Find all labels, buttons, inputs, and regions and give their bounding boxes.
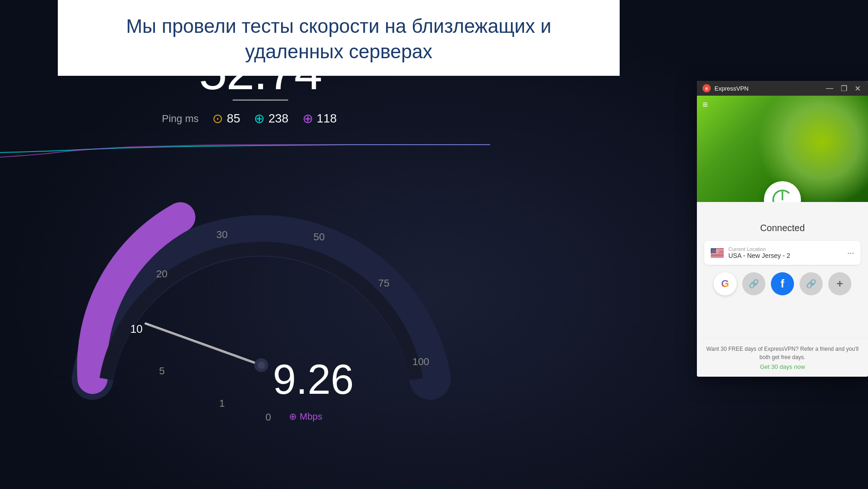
stat1-value: 85 xyxy=(227,111,240,126)
google-icon: G xyxy=(721,278,729,290)
close-button[interactable]: ✕ xyxy=(853,83,862,94)
svg-rect-25 xyxy=(711,255,724,256)
link2-icon: 🔗 xyxy=(806,279,816,289)
facebook-shortcut-button[interactable]: f xyxy=(771,272,794,295)
svg-text:10: 10 xyxy=(130,323,143,335)
ping-row: Ping ms ⊙ 85 ⊕ 238 ⊕ 118 xyxy=(162,111,337,126)
svg-text:75: 75 xyxy=(378,277,389,289)
vpn-titlebar: e ExpressVPN — ❐ ✕ xyxy=(697,81,868,96)
article-overlay: Мы провели тесты скорости на близлежащих… xyxy=(58,0,620,76)
power-button-wrapper xyxy=(764,181,801,202)
link1-icon: 🔗 xyxy=(749,279,759,289)
svg-text:100: 100 xyxy=(412,356,430,367)
promo-text: Want 30 FREE days of ExpressVPN? Refer a… xyxy=(706,345,859,361)
stat3-icon: ⊕ xyxy=(302,111,313,126)
connected-status: Connected xyxy=(697,223,868,233)
promo-link[interactable]: Get 30 days now xyxy=(706,363,859,370)
location-info: Current Location USA - New Jersey - 2 xyxy=(728,246,843,259)
add-shortcut-button[interactable]: + xyxy=(828,272,851,295)
svg-text:50: 50 xyxy=(314,231,325,243)
us-flag: ★★★★★★ ★★★★★ ★★★★★★ ★★★★★ xyxy=(711,248,724,257)
svg-text:30: 30 xyxy=(216,229,228,240)
stat2-value: 238 xyxy=(268,111,288,126)
stat1-icon: ⊙ xyxy=(212,111,223,126)
power-icon xyxy=(771,188,794,202)
svg-point-12 xyxy=(258,361,265,369)
expressvpn-logo: e xyxy=(702,84,711,92)
ping-label: Ping ms xyxy=(162,113,198,125)
current-speed-value: 9.26 xyxy=(273,356,354,403)
mbps-text: Mbps xyxy=(300,411,322,422)
svg-rect-23 xyxy=(711,254,724,255)
app-shortcuts: G 🔗 f 🔗 + xyxy=(704,272,861,295)
speed-divider xyxy=(233,99,288,101)
hamburger-menu-button[interactable]: ≡ xyxy=(702,99,708,110)
article-title: Мы провели тесты скорости на близлежащих… xyxy=(81,14,597,64)
location-label: Current Location xyxy=(728,246,843,252)
svg-text:0: 0 xyxy=(265,411,271,423)
link1-shortcut-button[interactable]: 🔗 xyxy=(742,272,765,295)
svg-rect-26 xyxy=(711,256,724,257)
expressvpn-window: e ExpressVPN — ❐ ✕ ≡ xyxy=(697,81,868,377)
vpn-header: ≡ xyxy=(697,96,868,202)
svg-rect-24 xyxy=(711,255,724,256)
svg-text:5: 5 xyxy=(159,365,165,377)
svg-text:★★★★★: ★★★★★ xyxy=(712,252,719,254)
google-shortcut-button[interactable]: G xyxy=(714,272,737,295)
stat-1: ⊙ 85 xyxy=(212,111,240,126)
link2-shortcut-button[interactable]: 🔗 xyxy=(800,272,823,295)
location-name: USA - New Jersey - 2 xyxy=(728,252,843,259)
stat2-icon: ⊕ xyxy=(254,111,265,126)
stat-2: ⊕ 238 xyxy=(254,111,288,126)
window-controls[interactable]: — ❐ ✕ xyxy=(824,83,862,94)
add-icon: + xyxy=(837,277,843,290)
location-more-button[interactable]: ··· xyxy=(847,248,854,258)
minimize-button[interactable]: — xyxy=(824,83,835,93)
stat-3: ⊕ 118 xyxy=(302,111,337,126)
restore-button[interactable]: ❐ xyxy=(839,83,849,94)
vpn-body: Connected ★★★★★★ ★★★ xyxy=(697,202,868,377)
location-box[interactable]: ★★★★★★ ★★★★★ ★★★★★★ ★★★★★ Current Locati… xyxy=(704,241,861,265)
vpn-title: e ExpressVPN xyxy=(702,84,749,92)
vpn-app-name: ExpressVPN xyxy=(714,85,749,92)
svg-text:1: 1 xyxy=(219,397,225,409)
svg-line-10 xyxy=(150,326,261,365)
svg-rect-27 xyxy=(711,257,724,257)
vpn-promo: Want 30 FREE days of ExpressVPN? Refer a… xyxy=(697,338,868,377)
mbps-label: ⊕ Mbps xyxy=(289,411,322,422)
facebook-icon: f xyxy=(781,277,784,290)
current-speed-display: 9.26 xyxy=(273,356,354,403)
mbps-arrow: ⊕ xyxy=(289,411,297,422)
power-button[interactable] xyxy=(764,181,801,202)
svg-text:20: 20 xyxy=(156,268,167,280)
speedometer: 0 1 5 10 20 30 50 75 100 xyxy=(46,139,476,462)
stat3-value: 118 xyxy=(317,111,337,126)
vpn-header-inner: ≡ xyxy=(697,96,868,202)
